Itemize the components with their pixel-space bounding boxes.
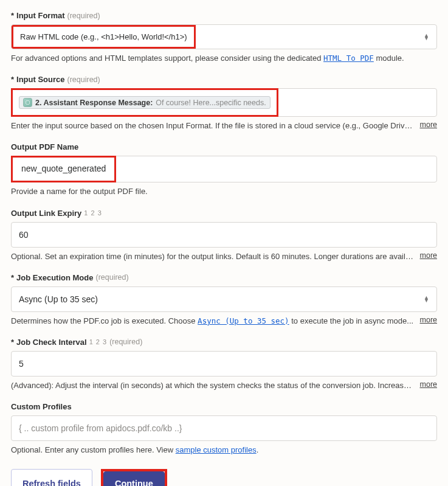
link-expiry-label: Output Link Expiry 1 2 3 [11, 209, 437, 218]
numeric-tag: 1 2 3 [89, 338, 107, 345]
helper-text: Determines how the PDF.co job is execute… [11, 316, 414, 327]
more-link[interactable]: more [420, 120, 437, 129]
continue-button[interactable]: Continue [103, 471, 165, 486]
job-mode-value: Async (Up to 35 sec) [19, 294, 98, 304]
custom-profiles-input[interactable]: { .. custom profile from apidocs.pdf.co/… [11, 415, 437, 441]
helper-prefix: Optional. Enter any custom profiles here… [11, 445, 176, 454]
field-input-source: * Input Source (required) 2. Assistant R… [11, 75, 437, 131]
helper-suffix: module. [374, 54, 404, 63]
helper-text: Optional. Set an expiration time (in min… [11, 251, 414, 262]
helper-prefix: Determines how the PDF.co job is execute… [11, 316, 198, 325]
job-interval-input[interactable]: 5 [11, 351, 437, 377]
helper-suffix: . [257, 445, 259, 454]
label-text: Custom Profiles [11, 402, 72, 411]
field-input-format: * Input Format (required) Raw HTML code … [11, 11, 437, 64]
highlight-box: 2. Assistant Response Message: Of course… [11, 88, 278, 117]
helper-row: (Advanced): Adjust the interval (in seco… [11, 380, 437, 391]
helper-text: For advanced options and HTML templates … [11, 53, 437, 64]
custom-profiles-label: Custom Profiles [11, 402, 437, 411]
field-job-interval: * Job Check Interval 1 2 3 (required) 5 … [11, 338, 437, 391]
label-text: Job Check Interval [16, 338, 87, 347]
helper-text: Enter the input source based on the chos… [11, 120, 414, 131]
helper-row: For advanced options and HTML templates … [11, 53, 437, 64]
input-format-select[interactable]: Raw HTML code (e.g., <h1>Hello, World!</… [11, 24, 437, 49]
job-mode-select[interactable]: Async (Up to 35 sec) ▲▼ [11, 286, 437, 312]
sample-profiles-link[interactable]: sample custom profiles [176, 445, 257, 454]
required-tag: (required) [95, 273, 128, 282]
input-format-value: Raw HTML code (e.g., <h1>Hello, World!</… [13, 27, 194, 47]
more-link[interactable]: more [420, 316, 437, 324]
chevron-up-down-icon: ▲▼ [424, 34, 429, 40]
highlight-box: Raw HTML code (e.g., <h1>Hello, World!</… [12, 25, 196, 49]
more-link[interactable]: more [420, 251, 437, 260]
job-interval-value: 5 [19, 359, 24, 369]
helper-prefix: For advanced options and HTML templates … [11, 54, 323, 63]
required-asterisk: * [11, 273, 14, 282]
required-asterisk: * [11, 11, 14, 20]
helper-suffix: to execute the job in async mode... [289, 316, 414, 325]
link-expiry-value: 60 [19, 230, 29, 240]
required-tag: (required) [67, 75, 100, 84]
label-text: Output Link Expiry [11, 209, 81, 218]
field-output-name: Output PDF Name new_quote_generated Prov… [11, 142, 437, 197]
field-job-mode: * Job Execution Mode (required) Async (U… [11, 273, 437, 327]
chevron-up-down-icon: ▲▼ [424, 296, 429, 302]
output-name-label: Output PDF Name [11, 142, 437, 151]
pill-faded: Of course! Here...specific needs. [156, 99, 266, 107]
numeric-tag: 1 2 3 [84, 209, 102, 217]
select-spacer: ▲▼ [196, 25, 436, 49]
helper-text: (Advanced): Adjust the interval (in seco… [11, 380, 414, 391]
helper-row: Optional. Set an expiration time (in min… [11, 251, 437, 262]
pill-bold: 2. Assistant Response Message: [35, 99, 153, 107]
link-expiry-input[interactable]: 60 [11, 222, 437, 248]
helper-text: Provide a name for the output PDF file. [11, 186, 437, 197]
helper-row: Enter the input source based on the chos… [11, 120, 437, 131]
required-asterisk: * [11, 338, 14, 347]
output-name-input[interactable]: new_quote_generated [11, 156, 437, 182]
field-link-expiry: Output Link Expiry 1 2 3 60 Optional. Se… [11, 209, 437, 262]
helper-row: Provide a name for the output PDF file. [11, 186, 437, 197]
required-tag: (required) [67, 12, 100, 20]
async-link[interactable]: Async (Up to 35 sec) [198, 316, 289, 325]
required-asterisk: * [11, 75, 14, 84]
helper-text: Optional. Enter any custom profiles here… [11, 445, 437, 456]
required-tag: (required) [109, 338, 142, 346]
html-to-pdf-link[interactable]: HTML To PDF [323, 54, 374, 63]
refresh-fields-button[interactable]: Refresh fields [11, 469, 92, 486]
input-source-label: * Input Source (required) [11, 75, 437, 84]
input-format-label: * Input Format (required) [11, 11, 437, 20]
more-link[interactable]: more [420, 380, 437, 389]
source-pill[interactable]: 2. Assistant Response Message: Of course… [19, 96, 271, 109]
label-text: Input Format [16, 11, 64, 20]
action-buttons: Refresh fields Continue [11, 469, 437, 486]
job-mode-label: * Job Execution Mode (required) [11, 273, 437, 282]
label-text: Output PDF Name [11, 142, 78, 151]
assistant-icon [23, 98, 32, 107]
output-name-value: new_quote_generated [13, 158, 114, 179]
label-text: Job Execution Mode [16, 273, 93, 282]
helper-row: Determines how the PDF.co job is execute… [11, 316, 437, 327]
highlight-box: new_quote_generated [11, 156, 116, 182]
label-text: Input Source [16, 75, 64, 84]
custom-profiles-placeholder: { .. custom profile from apidocs.pdf.co/… [19, 423, 182, 433]
input-source-input[interactable]: 2. Assistant Response Message: Of course… [11, 88, 437, 117]
highlight-box: Continue [101, 469, 167, 486]
job-interval-label: * Job Check Interval 1 2 3 (required) [11, 338, 437, 347]
helper-row: Optional. Enter any custom profiles here… [11, 445, 437, 456]
field-custom-profiles: Custom Profiles { .. custom profile from… [11, 402, 437, 456]
